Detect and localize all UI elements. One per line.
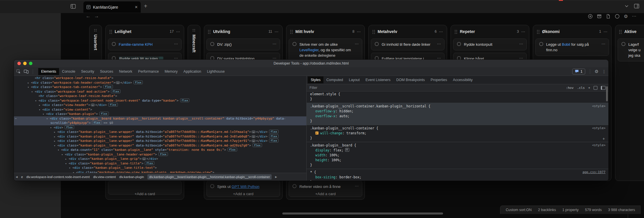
css-rule[interactable]: .kanban-plugin__scroll-container.kanban-… [307,103,608,125]
css-selector-line[interactable]: * { [307,170,608,175]
styles-tab-accessibility[interactable]: Accessibility [450,76,475,83]
styles-tab-computed[interactable]: Computed [323,76,346,83]
card-link[interactable]: Familie-ramme KPH [119,42,153,47]
card-checkbox[interactable] [375,42,379,46]
card-menu-icon[interactable]: ⋯ [355,41,359,47]
lane-header[interactable]: Leilighet17⋯ [106,25,184,38]
kanban-card[interactable]: Gi innhold til flere døde linker⋯ [371,39,444,50]
card-checkbox[interactable] [210,184,214,188]
styles-tab-layout[interactable]: Layout [346,76,363,83]
css-selector-line[interactable]: element.style { [307,92,608,97]
css-property-line[interactable]: height: 100%; [307,158,608,163]
lane-grip-icon[interactable] [192,29,196,32]
devtools-tab-performance[interactable]: Performance [135,68,162,75]
card-checkbox[interactable] [621,42,625,46]
dom-tree-row[interactable]: ▸<div class="kanban-plugin__lane-grip">…… [14,157,306,161]
collapsed-children-icon[interactable]: … [91,103,95,107]
dom-tree-row[interactable]: ▾<div data-count="11" class="kanban-plug… [14,148,306,152]
card-menu-icon[interactable]: ⋯ [272,41,277,47]
more-options-icon[interactable]: ⋯ [632,14,636,19]
lane-grip-icon[interactable] [109,30,112,34]
styles-scrollbar-thumb[interactable] [606,86,608,101]
flex-badge[interactable]: flex [269,139,279,142]
collapsed-children-icon[interactable]: … [251,130,256,133]
devtools-tab-sources[interactable]: Sources [97,68,116,75]
styles-filter-input[interactable]: Filter [310,86,317,90]
devtools-tab-elements[interactable]: Elements [38,68,59,75]
flex-badge[interactable]: flex [133,80,143,84]
expand-arrow-open-icon[interactable]: ▾ [73,171,76,173]
flex-badge[interactable]: flex [269,130,279,133]
flex-badge[interactable]: flex [228,148,237,151]
toggle-left-sidebar-icon[interactable] [70,4,76,9]
chevron-down-icon[interactable] [625,5,629,8]
toggle-right-sidebar-icon[interactable] [634,3,639,9]
breadcrumb-item[interactable]: div.view-content [93,175,116,179]
card-checkbox[interactable] [292,184,297,188]
expand-arrow-closed-icon[interactable]: ▸ [39,103,42,108]
expand-arrow-open-icon[interactable]: ▾ [43,112,46,117]
minimize-window-button[interactable] [23,62,27,65]
row-overflow-icon[interactable]: ⋯ [15,116,17,121]
expand-arrow-open-icon[interactable]: ▾ [61,153,65,157]
devtools-tab-memory[interactable]: Memory [162,68,180,75]
css-property-line[interactable]: display: flex; [307,148,608,153]
lane-grip-icon[interactable] [290,30,293,34]
device-toolbar-icon[interactable] [24,69,29,74]
circle-icon[interactable] [615,14,620,19]
dom-tree-row[interactable]: ▸<div class="view-header">…</div>flex [14,103,306,107]
flex-badge[interactable]: flex [145,161,154,165]
card-menu-icon[interactable]: ⋯ [174,41,178,47]
devtools-titlebar[interactable]: Developer Tools - app://obsidian.md/inde… [14,60,608,67]
lane-grip-icon[interactable] [208,30,211,34]
css-property-line[interactable]: overflow-x: auto; [307,114,608,119]
expand-arrow-open-icon[interactable]: ▾ [50,126,54,130]
expand-arrow-closed-icon[interactable]: ▸ [54,135,57,139]
kanban-card[interactable]: DV: zip()⋯ [206,39,280,50]
card-menu-icon[interactable]: ⋯ [355,183,359,189]
expand-arrow-closed-icon[interactable]: ▸ [65,157,69,162]
expand-arrow-open-icon[interactable]: ▾ [58,148,61,153]
lane-grip-icon[interactable] [94,29,97,32]
flex-badge[interactable]: flex [99,112,109,116]
flex-badge[interactable]: flex [253,143,262,147]
collapsed-children-icon[interactable]: … [142,157,146,160]
tab-kanmangjore[interactable]: KanManGjøre ✕ [83,1,141,13]
css-property-line[interactable]: box-sizing: border-box; [307,175,608,180]
devtools-tab-application[interactable]: Application [181,68,204,75]
flex-badge[interactable]: flex [269,134,279,138]
inspect-element-icon[interactable] [16,69,21,74]
kanban-lane[interactable]: Aktive⋯Lage/fvelge ujeg ska [615,25,644,181]
expand-arrow-open-icon[interactable]: ▾ [69,166,72,171]
kanban-card[interactable]: Lage/fvelge ujeg ska [618,39,644,61]
devtools-tab-lighthouse[interactable]: Lighthouse [204,68,228,75]
lane-header[interactable]: Metahvelv6⋯ [369,25,447,38]
horizontal-scrollbar-thumb[interactable] [282,212,443,215]
css-property-line[interactable]: width: 100%; [307,153,608,158]
status-item[interactable]: 3 988 characters [608,208,635,212]
flex-badge[interactable]: flex [65,125,74,129]
breadcrumb-scroll-right-icon[interactable]: ▶ [275,175,277,178]
dom-tree-row[interactable]: ▾<div class="workspace-tab-container">fl… [14,85,306,89]
css-rule[interactable]: .kanban-plugin__scroll-container {<style… [307,125,608,142]
lane-header[interactable]: Aktive⋯ [615,25,644,38]
devtools-tab-security[interactable]: Security [78,68,97,75]
dom-tree-row[interactable]: ▾<div class="kanban-plugin__lane-header-… [14,152,306,157]
expand-arrow-open-icon[interactable]: ▾ [46,117,50,121]
kanban-card[interactable]: Rydde kontorpult⋯ [453,39,527,50]
expand-arrow-open-icon[interactable]: ▾ [65,162,69,166]
card-menu-icon[interactable]: ⋯ [519,41,524,47]
expand-arrow-open-icon[interactable]: ▾ [39,108,42,112]
card-menu-icon[interactable]: ⋯ [437,41,441,47]
dom-tree-row[interactable]: ▾<div class="view-content"> [14,107,306,112]
computed-sidebar-icon[interactable] [594,86,597,90]
devtools-tab-console[interactable]: Console [59,68,78,75]
dom-tree-row[interactable]: <hr class="workspace-leaf-resize-handle"… [14,94,306,98]
css-selector-line[interactable]: .kanban-plugin__board { [307,143,608,148]
lane-header[interactable]: Repeter3⋯ [451,25,529,38]
dom-tree-row[interactable]: ▾<div>flex [14,125,306,130]
devtools-menu-icon[interactable]: ⋮ [602,69,606,74]
dom-tree-row[interactable]: ▾<div class="workspace-leaf-content node… [14,98,306,103]
css-selector-line[interactable]: .kanban-plugin__scroll-container.kanban-… [307,104,608,109]
zoom-window-button[interactable] [29,62,32,65]
